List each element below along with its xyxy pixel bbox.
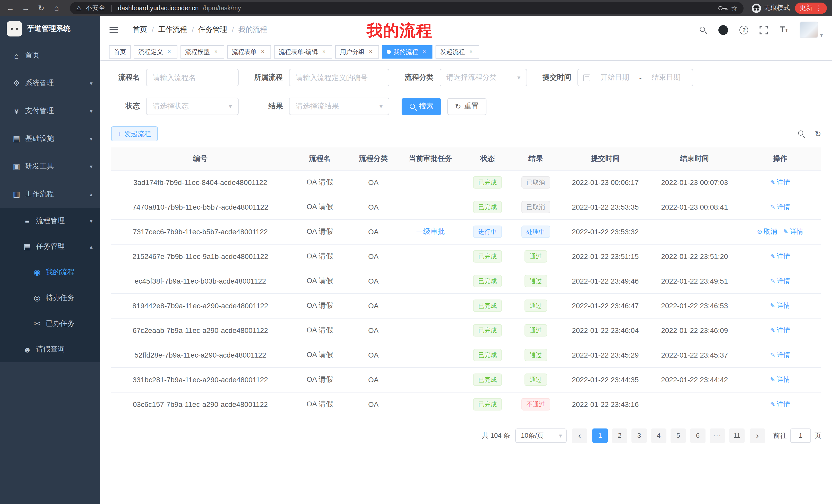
calendar-icon — [583, 74, 590, 81]
sidebar-item-my-process[interactable]: ◉我的流程 — [0, 259, 100, 285]
tab-process-form[interactable]: 流程表单× — [227, 45, 271, 59]
status-tag: 已完成 — [473, 349, 502, 361]
key-icon[interactable] — [719, 6, 727, 10]
detail-button[interactable]: ✎详情 — [770, 375, 790, 384]
close-icon[interactable]: × — [421, 48, 428, 55]
search-icon[interactable] — [700, 26, 707, 34]
process-name-input[interactable] — [146, 69, 239, 86]
column-header: 编号 — [111, 147, 289, 170]
hamburger-icon[interactable] — [109, 29, 118, 30]
close-icon[interactable]: × — [165, 48, 173, 55]
app-logo-row[interactable]: 芋道管理系统 — [0, 16, 100, 41]
detail-button[interactable]: ✎详情 — [770, 400, 790, 409]
detail-button[interactable]: ✎详情 — [770, 326, 790, 335]
github-icon[interactable] — [719, 25, 728, 35]
sidebar-item-process-mgmt[interactable]: ≡流程管理▾ — [0, 208, 100, 234]
bookmark-star-icon[interactable]: ☆ — [731, 4, 737, 12]
plus-icon: + — [118, 130, 122, 138]
close-icon[interactable]: × — [367, 48, 374, 55]
detail-button[interactable]: ✎详情 — [770, 252, 790, 261]
process-category-select[interactable]: 请选择流程分类 ▾ — [440, 69, 527, 86]
sidebar-item-infrastructure[interactable]: ▤基础设施▾ — [0, 125, 100, 152]
page-button-11[interactable]: 11 — [729, 428, 745, 443]
tab-user-group[interactable]: 用户分组× — [335, 45, 379, 59]
status-tag: 已完成 — [473, 275, 502, 287]
sidebar-item-dev-tools[interactable]: ▣研发工具▾ — [0, 152, 100, 180]
page-button-1[interactable]: 1 — [592, 428, 608, 443]
page-button-5[interactable]: 5 — [671, 428, 686, 443]
page-button-2[interactable]: 2 — [612, 428, 627, 443]
process-category-label: 流程分类 — [401, 73, 440, 82]
tab-start-process[interactable]: 发起流程× — [436, 45, 479, 59]
back-icon[interactable]: ← — [5, 4, 16, 12]
app-title: 芋道管理系统 — [27, 24, 71, 33]
forward-icon[interactable]: → — [21, 4, 31, 12]
breadcrumb-item[interactable]: 任务管理 — [199, 25, 227, 34]
page-button-6[interactable]: 6 — [690, 428, 705, 443]
tab-my-process[interactable]: 我的流程× — [382, 45, 433, 59]
tab-home[interactable]: 首页 — [109, 45, 131, 59]
filter-row-2: 状态 请选择状态 ▾ 结果 请选择流结果 ▾ — [111, 97, 821, 115]
detail-button[interactable]: ✎详情 — [770, 301, 790, 310]
security-label[interactable]: 不安全 — [86, 4, 105, 12]
page-button-4[interactable]: 4 — [651, 428, 667, 443]
reset-button[interactable]: ↻ 重置 — [447, 98, 486, 115]
close-icon[interactable]: × — [212, 48, 219, 55]
detail-button[interactable]: ✎详情 — [770, 202, 790, 212]
detail-button[interactable]: ✎详情 — [770, 178, 790, 187]
page-size-select[interactable]: 10条/页 ▾ — [515, 428, 567, 443]
sidebar-item-leave-query[interactable]: ☻请假查询 — [0, 337, 100, 362]
detail-button[interactable]: ✎详情 — [783, 227, 803, 236]
process-name-label: 流程名 — [111, 73, 146, 82]
prev-page-button[interactable]: ‹ — [572, 428, 587, 443]
sidebar-item-home[interactable]: ⌂首页 — [0, 41, 100, 69]
detail-button[interactable]: ✎详情 — [770, 351, 790, 360]
tab-process-model[interactable]: 流程模型× — [181, 45, 224, 59]
kebab-menu-icon[interactable]: ⋮ — [815, 4, 822, 12]
detail-button[interactable]: ✎详情 — [770, 276, 790, 286]
edit-icon: ✎ — [770, 179, 775, 186]
sidebar-item-todo-tasks[interactable]: ◎待办任务 — [0, 285, 100, 311]
reload-icon[interactable]: ↻ — [36, 3, 46, 12]
tab-process-form-edit[interactable]: 流程表单-编辑× — [274, 45, 332, 59]
page-button-3[interactable]: 3 — [631, 428, 647, 443]
breadcrumb-item[interactable]: 工作流程 — [158, 25, 187, 34]
address-bar[interactable]: ⚠ 不安全 dashboard.yudao.iocoder.cn/bpm/tas… — [70, 2, 744, 14]
breadcrumb: 首页/工作流程/任务管理/我的流程 — [133, 25, 267, 34]
next-page-button[interactable]: › — [750, 428, 765, 443]
status-select[interactable]: 请选择状态 ▾ — [146, 97, 239, 115]
avatar — [800, 22, 818, 38]
goto-page-input[interactable] — [790, 428, 811, 443]
cancel-button[interactable]: ⊘取消 — [757, 227, 777, 236]
close-icon[interactable]: × — [259, 48, 266, 55]
close-icon[interactable]: × — [320, 48, 328, 55]
font-size-icon[interactable] — [780, 25, 788, 35]
fullscreen-icon[interactable] — [760, 25, 769, 34]
result-select[interactable]: 请选择流结果 ▾ — [289, 97, 389, 115]
search-toggle-button[interactable] — [798, 130, 806, 138]
breadcrumb-item[interactable]: 首页 — [133, 25, 147, 34]
sidebar-menu: ⌂首页⚙系统管理▾¥支付管理▾▤基础设施▾▣研发工具▾▥工作流程▴≡流程管理▾▤… — [0, 41, 100, 362]
start-process-button[interactable]: + 发起流程 — [111, 127, 158, 141]
parent-process-input[interactable] — [289, 69, 389, 86]
pagination: 共 104 条 10条/页 ▾ ‹ 123456···11 › 前往 页 — [111, 428, 821, 443]
close-icon[interactable]: × — [467, 48, 475, 55]
sidebar-item-task-mgmt[interactable]: ▤任务管理▴ — [0, 234, 100, 259]
column-header: 状态 — [464, 147, 511, 170]
tab-process-definition[interactable]: 流程定义× — [134, 45, 177, 59]
pager: 123456···11 — [592, 428, 745, 443]
sidebar-item-workflow[interactable]: ▥工作流程▴ — [0, 180, 100, 208]
help-icon[interactable]: ? — [740, 25, 749, 34]
browser-home-icon[interactable]: ⌂ — [51, 4, 62, 12]
update-button[interactable]: 更新 ⋮ — [795, 2, 827, 13]
current-task-link[interactable]: 一级审批 — [416, 227, 445, 235]
user-menu[interactable]: ▾ — [800, 22, 823, 38]
sidebar-item-done-tasks[interactable]: ✂已办任务 — [0, 311, 100, 337]
edit-icon: ✎ — [770, 352, 775, 359]
refresh-button[interactable]: ↻ — [815, 129, 821, 138]
sidebar-item-payment-mgmt[interactable]: ¥支付管理▾ — [0, 97, 100, 125]
date-range-picker[interactable]: 开始日期 - 结束日期 — [577, 69, 693, 86]
page-button-···[interactable]: ··· — [710, 428, 725, 443]
sidebar-item-system-mgmt[interactable]: ⚙系统管理▾ — [0, 69, 100, 97]
search-button[interactable]: 搜索 — [401, 98, 441, 115]
